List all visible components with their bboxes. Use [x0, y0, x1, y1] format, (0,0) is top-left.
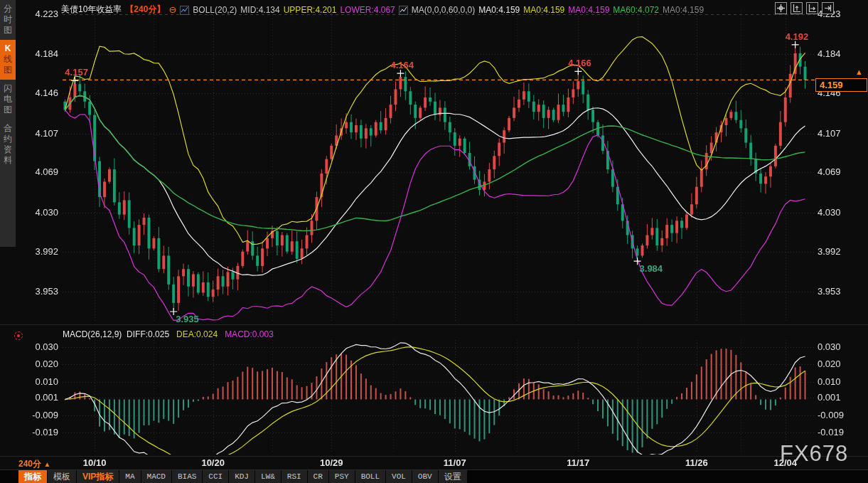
crosshair-move-icon[interactable] [775, 2, 787, 14]
sidebar-item-3[interactable]: 合约资料 [0, 120, 16, 170]
ma-indicator-icon[interactable] [399, 6, 408, 15]
macd-y-label-left: -0.009 [20, 410, 58, 420]
macd-label-and-diff: MACD(26,12,9) DIFF:0.025 [63, 329, 169, 339]
boll-upper-value: UPPER:4.201 [284, 5, 337, 15]
ma0-gray-value: MA0:4.159 [663, 5, 704, 15]
scale-y-axis-icon[interactable] [791, 2, 803, 14]
period-label: 【240分】 [125, 4, 165, 16]
main-y-label-left: 4.184 [20, 49, 58, 59]
main-y-label-left: 3.953 [20, 287, 58, 297]
toolbar-tab-VIP指标[interactable]: VIP指标 [77, 470, 119, 483]
toolbar-tab-模板[interactable]: 模板 [48, 470, 76, 483]
x-axis-date-label: 10/20 [201, 457, 225, 468]
x-axis-date-label: 11/07 [444, 457, 466, 468]
toolbar-tab-KDJ[interactable]: KDJ [229, 470, 254, 483]
macd-y-label-right: 0.030 [818, 342, 841, 352]
main-y-label-right: 3.953 [818, 287, 841, 297]
x-axis-date-label: 11/26 [685, 457, 708, 468]
price-extreme-annotation: 4.166 [568, 58, 591, 68]
price-extreme-annotation: 3.935 [176, 314, 199, 324]
ma-config-label: MA(0,0,0,60,0,0) [412, 5, 475, 15]
x-axis-date-label: 11/17 [567, 457, 589, 468]
trading-app-window: 分时图K线图闪电图合约资料 美债10年收益率 【240分】 ⊖ BOLL(20,… [0, 0, 868, 483]
toolbar-tab-RSI[interactable]: RSI [282, 470, 307, 483]
main-y-label-left: 3.992 [20, 247, 58, 257]
boll-indicator-icon[interactable] [180, 6, 189, 15]
toolbar-tab-VOL[interactable]: VOL [386, 470, 412, 483]
boll-lower-value: LOWER:4.067 [340, 5, 395, 15]
toolbar-tab-BOLL[interactable]: BOLL [355, 470, 385, 483]
toolbar-tab-LW&[interactable]: LW& [255, 470, 281, 483]
toolbar-tab-BIAS[interactable]: BIAS [172, 470, 202, 483]
macd-y-label-right: -0.019 [818, 428, 844, 437]
boll-mid-value: MID:4.134 [240, 5, 279, 15]
main-y-label-right: 4.030 [818, 208, 841, 218]
price-extreme-annotation: 3.984 [640, 263, 663, 274]
chart-tool-buttons [775, 2, 834, 14]
ma60-value: MA60:4.072 [613, 5, 659, 15]
sidebar-item-2[interactable]: 闪电图 [0, 80, 16, 120]
chart-mode-sidebar: 分时图K线图闪电图合约资料 [0, 0, 16, 247]
price-extreme-annotation: 4.157 [65, 67, 88, 78]
toolbar-tab-PSY[interactable]: PSY [329, 470, 355, 483]
toolbar-tab-设置[interactable]: 设置 [439, 470, 467, 483]
macd-macd-value: MACD:0.003 [225, 329, 274, 339]
ma0-yellow-value: MA0:4.159 [523, 5, 564, 15]
macd-y-label-right: 0.001 [818, 393, 841, 403]
main-y-label-left: 4.107 [20, 129, 58, 139]
candlestick-chart-canvas[interactable] [0, 0, 868, 483]
main-y-label-right: 4.107 [818, 129, 841, 139]
main-y-label-right: 3.992 [818, 247, 841, 257]
indicator-header: 美债10年收益率 【240分】 ⊖ BOLL(20,2) MID:4.134 U… [61, 4, 704, 16]
timeframe-dropdown-arrow-icon: ▲ [43, 460, 50, 468]
toolbar-tab-CR[interactable]: CR [308, 470, 328, 483]
macd-y-label-left: 0.030 [20, 342, 58, 352]
macd-y-label-right: -0.009 [818, 410, 844, 420]
main-y-label-left: 4.146 [20, 88, 58, 98]
collapse-circle-minus-icon[interactable]: ⊖ [168, 4, 176, 15]
timeframe-label[interactable]: 240分 ▲ [18, 458, 50, 470]
sidebar-item-1[interactable]: K线图 [0, 40, 16, 80]
price-extreme-annotation: 4.164 [390, 60, 414, 70]
main-y-label-left: 4.223 [20, 9, 58, 19]
macd-y-label-left: -0.019 [20, 428, 58, 437]
macd-y-label-right: 0.010 [818, 377, 841, 387]
macd-panel-settings-icon[interactable] [14, 331, 23, 340]
x-axis-date-label: 10/29 [320, 457, 343, 468]
macd-y-label-left: 0.020 [20, 359, 58, 369]
toolbar-spacer [0, 470, 18, 483]
x-axis-date-label: 10/10 [83, 457, 107, 468]
main-y-label-right: 4.184 [818, 49, 841, 59]
boll-label: BOLL(20,2) [193, 5, 237, 15]
ma0-white-value: MA0:4.159 [478, 5, 520, 15]
toolbar-tab-MA[interactable]: MA [119, 470, 140, 483]
axis-separator [0, 456, 868, 457]
indicator-toolbar: 指标模板VIP指标MAMACDBIASCCIKDJLW&RSICRPSYBOLL… [0, 469, 868, 483]
main-y-label-left: 4.069 [20, 167, 58, 177]
toolbar-tab-MACD[interactable]: MACD [141, 470, 171, 483]
panel-separator[interactable] [0, 324, 868, 325]
main-y-label-left: 4.030 [20, 208, 58, 218]
toolbar-tab-指标[interactable]: 指标 [18, 470, 47, 483]
toolbar-tab-OBV[interactable]: OBV [412, 470, 438, 483]
scale-x-axis-icon[interactable] [806, 2, 818, 14]
macd-dea-value: DEA:0.024 [176, 329, 218, 339]
ma0-magenta-value: MA0:4.159 [568, 5, 609, 15]
price-extreme-annotation: 4.192 [786, 31, 809, 42]
toolbar-tab-CCI[interactable]: CCI [203, 470, 228, 483]
fx678-watermark: FX678 [780, 441, 848, 467]
pan-right-icon[interactable] [822, 2, 834, 14]
sidebar-item-0[interactable]: 分时图 [0, 0, 16, 40]
instrument-title: 美债10年收益率 [61, 4, 122, 16]
price-up-arrow-icon: ▲ [855, 68, 863, 76]
macd-y-label-right: 0.020 [818, 359, 841, 369]
macd-y-label-left: 0.010 [20, 377, 58, 387]
current-price-badge: 4.159 [815, 78, 867, 92]
macd-header: MACD(26,12,9) DIFF:0.025 DEA:0.024 MACD:… [63, 329, 274, 339]
main-y-label-right: 4.069 [818, 167, 841, 177]
macd-y-label-left: 0.001 [20, 393, 58, 403]
